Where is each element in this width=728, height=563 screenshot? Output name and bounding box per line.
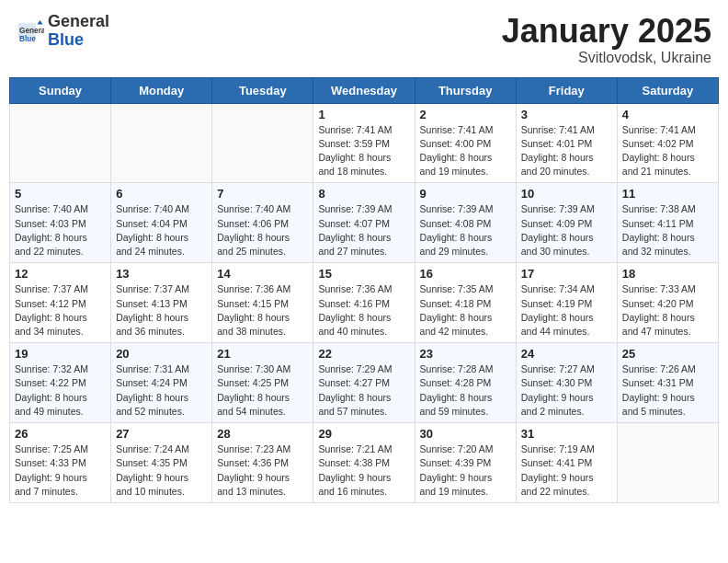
day-detail: Sunrise: 7:41 AM Sunset: 4:02 PM Dayligh… — [622, 123, 713, 179]
calendar-cell — [10, 103, 111, 183]
calendar-cell: 31Sunrise: 7:19 AM Sunset: 4:41 PM Dayli… — [516, 423, 617, 503]
day-detail: Sunrise: 7:40 AM Sunset: 4:06 PM Dayligh… — [217, 202, 308, 259]
calendar-cell — [111, 103, 212, 183]
calendar-cell: 7Sunrise: 7:40 AM Sunset: 4:06 PM Daylig… — [212, 183, 313, 263]
calendar-cell: 11Sunrise: 7:38 AM Sunset: 4:11 PM Dayli… — [617, 183, 718, 263]
svg-text:General: General — [19, 26, 44, 34]
calendar-cell: 22Sunrise: 7:29 AM Sunset: 4:27 PM Dayli… — [313, 343, 415, 423]
day-number: 14 — [217, 267, 308, 281]
day-number: 3 — [521, 108, 612, 121]
calendar-cell: 9Sunrise: 7:39 AM Sunset: 4:08 PM Daylig… — [415, 183, 516, 263]
day-detail: Sunrise: 7:37 AM Sunset: 4:13 PM Dayligh… — [116, 282, 207, 339]
calendar-cell: 12Sunrise: 7:37 AM Sunset: 4:12 PM Dayli… — [10, 263, 111, 343]
day-number: 24 — [521, 347, 612, 361]
day-detail: Sunrise: 7:36 AM Sunset: 4:15 PM Dayligh… — [217, 282, 308, 339]
calendar-cell: 5Sunrise: 7:40 AM Sunset: 4:03 PM Daylig… — [10, 183, 111, 263]
day-detail: Sunrise: 7:24 AM Sunset: 4:35 PM Dayligh… — [116, 442, 207, 499]
weekday-header-friday: Friday — [516, 77, 617, 103]
day-number: 4 — [622, 108, 713, 121]
calendar-cell: 14Sunrise: 7:36 AM Sunset: 4:15 PM Dayli… — [212, 263, 313, 343]
week-row-5: 26Sunrise: 7:25 AM Sunset: 4:33 PM Dayli… — [10, 423, 719, 503]
day-number: 7 — [217, 187, 308, 201]
day-number: 9 — [420, 187, 511, 201]
subtitle: Svitlovodsk, Ukraine — [502, 50, 711, 66]
calendar-cell: 15Sunrise: 7:36 AM Sunset: 4:16 PM Dayli… — [313, 263, 415, 343]
day-number: 27 — [116, 427, 207, 441]
calendar-cell: 26Sunrise: 7:25 AM Sunset: 4:33 PM Dayli… — [10, 423, 111, 503]
day-number: 21 — [217, 347, 308, 361]
day-detail: Sunrise: 7:36 AM Sunset: 4:16 PM Dayligh… — [318, 282, 409, 339]
day-number: 30 — [420, 427, 511, 441]
calendar-cell: 16Sunrise: 7:35 AM Sunset: 4:18 PM Dayli… — [415, 263, 516, 343]
day-number: 12 — [15, 267, 106, 281]
svg-marker-3 — [38, 20, 43, 25]
weekday-header-thursday: Thursday — [415, 77, 516, 103]
month-title: January 2025 — [502, 13, 711, 50]
calendar-cell: 28Sunrise: 7:23 AM Sunset: 4:36 PM Dayli… — [212, 423, 313, 503]
calendar-cell: 21Sunrise: 7:30 AM Sunset: 4:25 PM Dayli… — [212, 343, 313, 423]
day-number: 28 — [217, 427, 308, 441]
day-number: 1 — [318, 108, 409, 121]
day-detail: Sunrise: 7:39 AM Sunset: 4:07 PM Dayligh… — [318, 202, 409, 259]
calendar-cell: 17Sunrise: 7:34 AM Sunset: 4:19 PM Dayli… — [516, 263, 617, 343]
day-detail: Sunrise: 7:32 AM Sunset: 4:22 PM Dayligh… — [15, 362, 106, 419]
calendar-cell: 3Sunrise: 7:41 AM Sunset: 4:01 PM Daylig… — [516, 103, 617, 183]
logo-blue-text: Blue — [48, 31, 109, 50]
logo-text: General Blue — [48, 13, 109, 50]
weekday-header-monday: Monday — [111, 77, 212, 103]
calendar-table: SundayMondayTuesdayWednesdayThursdayFrid… — [9, 77, 719, 503]
weekday-header-sunday: Sunday — [10, 77, 111, 103]
calendar-cell: 19Sunrise: 7:32 AM Sunset: 4:22 PM Dayli… — [10, 343, 111, 423]
day-number: 20 — [116, 347, 207, 361]
day-detail: Sunrise: 7:21 AM Sunset: 4:38 PM Dayligh… — [318, 442, 409, 499]
week-row-3: 12Sunrise: 7:37 AM Sunset: 4:12 PM Dayli… — [10, 263, 719, 343]
calendar-cell — [617, 423, 718, 503]
day-number: 31 — [521, 427, 612, 441]
week-row-1: 1Sunrise: 7:41 AM Sunset: 3:59 PM Daylig… — [10, 103, 719, 183]
day-detail: Sunrise: 7:41 AM Sunset: 3:59 PM Dayligh… — [318, 123, 409, 179]
logo-icon: General Blue — [17, 17, 44, 45]
calendar-cell: 29Sunrise: 7:21 AM Sunset: 4:38 PM Dayli… — [313, 423, 415, 503]
calendar-cell: 20Sunrise: 7:31 AM Sunset: 4:24 PM Dayli… — [111, 343, 212, 423]
day-detail: Sunrise: 7:26 AM Sunset: 4:31 PM Dayligh… — [622, 362, 713, 419]
day-detail: Sunrise: 7:28 AM Sunset: 4:28 PM Dayligh… — [420, 362, 511, 419]
day-detail: Sunrise: 7:33 AM Sunset: 4:20 PM Dayligh… — [622, 282, 713, 339]
day-detail: Sunrise: 7:40 AM Sunset: 4:03 PM Dayligh… — [15, 202, 106, 259]
title-area: January 2025 Svitlovodsk, Ukraine — [502, 13, 711, 66]
day-detail: Sunrise: 7:37 AM Sunset: 4:12 PM Dayligh… — [15, 282, 106, 339]
day-number: 11 — [622, 187, 713, 201]
calendar-cell: 6Sunrise: 7:40 AM Sunset: 4:04 PM Daylig… — [111, 183, 212, 263]
day-detail: Sunrise: 7:29 AM Sunset: 4:27 PM Dayligh… — [318, 362, 409, 419]
weekday-header-row: SundayMondayTuesdayWednesdayThursdayFrid… — [10, 77, 719, 103]
calendar-cell: 10Sunrise: 7:39 AM Sunset: 4:09 PM Dayli… — [516, 183, 617, 263]
calendar-cell: 18Sunrise: 7:33 AM Sunset: 4:20 PM Dayli… — [617, 263, 718, 343]
day-detail: Sunrise: 7:19 AM Sunset: 4:41 PM Dayligh… — [521, 442, 612, 499]
day-detail: Sunrise: 7:41 AM Sunset: 4:00 PM Dayligh… — [420, 123, 511, 179]
logo-general-text: General — [48, 13, 109, 31]
calendar-cell: 4Sunrise: 7:41 AM Sunset: 4:02 PM Daylig… — [617, 103, 718, 183]
day-detail: Sunrise: 7:39 AM Sunset: 4:09 PM Dayligh… — [521, 202, 612, 259]
day-detail: Sunrise: 7:20 AM Sunset: 4:39 PM Dayligh… — [420, 442, 511, 499]
day-detail: Sunrise: 7:40 AM Sunset: 4:04 PM Dayligh… — [116, 202, 207, 259]
day-number: 17 — [521, 267, 612, 281]
day-detail: Sunrise: 7:34 AM Sunset: 4:19 PM Dayligh… — [521, 282, 612, 339]
day-number: 15 — [318, 267, 409, 281]
day-number: 25 — [622, 347, 713, 361]
day-number: 26 — [15, 427, 106, 441]
calendar-cell: 23Sunrise: 7:28 AM Sunset: 4:28 PM Dayli… — [415, 343, 516, 423]
day-detail: Sunrise: 7:31 AM Sunset: 4:24 PM Dayligh… — [116, 362, 207, 419]
week-row-4: 19Sunrise: 7:32 AM Sunset: 4:22 PM Dayli… — [10, 343, 719, 423]
svg-text:Blue: Blue — [19, 34, 36, 42]
calendar-cell: 25Sunrise: 7:26 AM Sunset: 4:31 PM Dayli… — [617, 343, 718, 423]
day-detail: Sunrise: 7:39 AM Sunset: 4:08 PM Dayligh… — [420, 202, 511, 259]
calendar-cell: 8Sunrise: 7:39 AM Sunset: 4:07 PM Daylig… — [313, 183, 415, 263]
calendar-cell: 1Sunrise: 7:41 AM Sunset: 3:59 PM Daylig… — [313, 103, 415, 183]
day-number: 23 — [420, 347, 511, 361]
week-row-2: 5Sunrise: 7:40 AM Sunset: 4:03 PM Daylig… — [10, 183, 719, 263]
calendar-cell: 27Sunrise: 7:24 AM Sunset: 4:35 PM Dayli… — [111, 423, 212, 503]
weekday-header-tuesday: Tuesday — [212, 77, 313, 103]
weekday-header-saturday: Saturday — [617, 77, 718, 103]
day-detail: Sunrise: 7:25 AM Sunset: 4:33 PM Dayligh… — [15, 442, 106, 499]
day-number: 5 — [15, 187, 106, 201]
day-number: 22 — [318, 347, 409, 361]
